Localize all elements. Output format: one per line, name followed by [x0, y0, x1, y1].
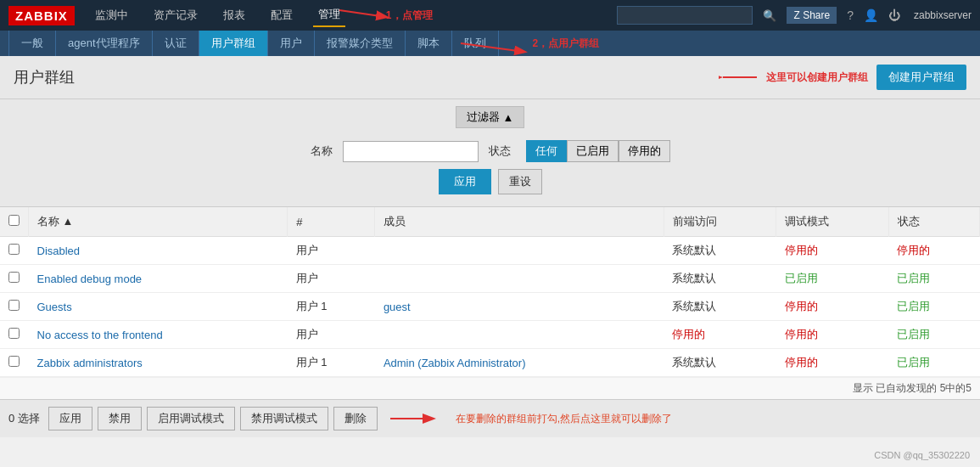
col-name[interactable]: 名称 ▲: [29, 207, 288, 237]
bottom-apply-button[interactable]: 应用: [48, 407, 92, 430]
logout-icon[interactable]: ⏻: [888, 8, 900, 22]
search-input[interactable]: [617, 6, 753, 25]
row-name[interactable]: No access to the frontend: [29, 321, 288, 349]
row-status: 已启用: [888, 293, 979, 321]
nav-item-admin[interactable]: 管理: [313, 3, 345, 27]
row-frontend: 系统默认: [664, 237, 776, 265]
row-status: 已启用: [888, 265, 979, 293]
share-button[interactable]: Z Share: [787, 7, 837, 24]
table-row: No access to the frontend 用户 停用的 停用的 已启用: [0, 321, 980, 349]
nav-item-config[interactable]: 配置: [266, 4, 298, 26]
row-checkbox-cell: [0, 349, 29, 377]
row-frontend: 系统默认: [664, 293, 776, 321]
filter-apply-button[interactable]: 应用: [439, 169, 491, 194]
row-hash: 用户: [288, 265, 375, 293]
filter-actions: 应用 重设: [439, 169, 542, 194]
arrow-annotation-4: [386, 410, 437, 427]
table-footer: 显示 已自动发现的 5中的5: [0, 377, 980, 399]
sub-navigation: 一般 agent代理程序 认证 用户群组 用户 报警媒介类型 脚本 队列 2，点…: [0, 31, 980, 56]
help-icon[interactable]: ?: [847, 8, 854, 22]
filter-section: 过滤器 ▲ 名称 状态 任何 已启用 停用的 应用 重设: [0, 99, 980, 206]
row-checkbox-2[interactable]: [8, 300, 20, 311]
row-status: 已启用: [888, 349, 979, 377]
bottom-enable-debug-button[interactable]: 启用调试模式: [147, 407, 235, 430]
status-enabled-button[interactable]: 已启用: [567, 140, 619, 162]
usergroups-table: 名称 ▲ # 成员 前端访问 调试模式 状态 Disabled 用户 系统默认 …: [0, 207, 980, 377]
bottom-action-bar: 0 选择 应用 禁用 启用调试模式 禁用调试模式 删除 在要删除的群组前打勾,然…: [0, 399, 980, 437]
arrow-annotation-3: [719, 70, 761, 85]
nav-item-reports[interactable]: 报表: [218, 4, 250, 26]
subnav-general[interactable]: 一般: [8, 31, 56, 56]
create-usergroup-button[interactable]: 创建用户群组: [876, 65, 966, 90]
filter-toggle-label: 过滤器: [467, 110, 500, 125]
create-hint: 这里可以创建用户群组: [719, 70, 868, 85]
col-debug: 调试模式: [776, 207, 888, 237]
subnav-usergroups[interactable]: 用户群组: [199, 31, 268, 56]
subnav-agent[interactable]: agent代理程序: [56, 31, 153, 56]
row-hash: 用户 1: [288, 349, 375, 377]
col-members: 成员: [375, 207, 664, 237]
bottom-disable-button[interactable]: 禁用: [98, 407, 142, 430]
row-members: Admin (Zabbix Administrator): [375, 349, 664, 377]
filter-toggle-button[interactable]: 过滤器 ▲: [456, 106, 525, 128]
row-checkbox-1[interactable]: [8, 272, 20, 283]
nav-item-monitor[interactable]: 监测中: [90, 4, 133, 26]
row-hash: 用户: [288, 237, 375, 265]
filter-reset-button[interactable]: 重设: [498, 169, 542, 194]
nav-item-assets[interactable]: 资产记录: [148, 4, 203, 26]
row-name[interactable]: Zabbix administrators: [29, 349, 288, 377]
table-row: Disabled 用户 系统默认 停用的 停用的: [0, 237, 980, 265]
row-checkbox-4[interactable]: [8, 356, 20, 367]
status-disabled-button[interactable]: 停用的: [619, 140, 670, 162]
row-name[interactable]: Enabled debug mode: [29, 265, 288, 293]
row-checkbox-cell: [0, 237, 29, 265]
top-nav-right: 🔍 Z Share ? 👤 ⏻ zabbixserver: [617, 6, 972, 25]
row-debug: 停用的: [776, 349, 888, 377]
bottom-delete-button[interactable]: 删除: [333, 407, 378, 430]
username-label: zabbixserver: [914, 9, 972, 21]
delete-annotation: 在要删除的群组前打勾,然后点这里就可以删除了: [456, 412, 672, 426]
selected-count: 0 选择: [8, 411, 40, 426]
top-navigation: ZABBIX 监测中 资产记录 报表 配置 管理 1，点管理 🔍 Z Share…: [0, 0, 980, 31]
row-frontend: 停用的: [664, 321, 776, 349]
col-hash: #: [288, 207, 375, 237]
row-debug: 停用的: [776, 237, 888, 265]
row-members: guest: [375, 293, 664, 321]
row-name[interactable]: Guests: [29, 293, 288, 321]
header-right: 这里可以创建用户群组 创建用户群组: [719, 65, 966, 90]
table-header-row: 名称 ▲ # 成员 前端访问 调试模式 状态: [0, 207, 980, 237]
subnav-auth[interactable]: 认证: [153, 31, 199, 56]
subnav-media[interactable]: 报警媒介类型: [315, 31, 406, 56]
user-icon[interactable]: 👤: [864, 8, 878, 22]
row-debug: 停用的: [776, 321, 888, 349]
annotation-1: 1，点管理: [386, 9, 433, 21]
page-header: 用户群组 这里可以创建用户群组 创建用户群组: [0, 56, 980, 99]
select-all-checkbox[interactable]: [8, 215, 20, 226]
annotation-2: 2，点用户群组: [533, 37, 600, 49]
table-section: 名称 ▲ # 成员 前端访问 调试模式 状态 Disabled 用户 系统默认 …: [0, 206, 980, 399]
filter-header: 过滤器 ▲: [14, 106, 966, 128]
row-members: [375, 237, 664, 265]
table-row: Guests 用户 1 guest 系统默认 停用的 已启用: [0, 293, 980, 321]
row-checkbox-cell: [0, 321, 29, 349]
table-body: Disabled 用户 系统默认 停用的 停用的 Enabled debug m…: [0, 237, 980, 377]
row-status: 已启用: [888, 321, 979, 349]
subnav-users[interactable]: 用户: [268, 31, 315, 56]
search-icon[interactable]: 🔍: [763, 9, 776, 22]
status-any-button[interactable]: 任何: [526, 140, 567, 162]
col-frontend: 前端访问: [664, 207, 776, 237]
filter-name-input[interactable]: [343, 141, 479, 162]
row-checkbox-3[interactable]: [8, 328, 20, 339]
subnav-scripts[interactable]: 脚本: [406, 31, 452, 56]
filter-body: 名称 状态 任何 已启用 停用的 应用 重设: [14, 135, 966, 200]
row-name[interactable]: Disabled: [29, 237, 288, 265]
row-checkbox-0[interactable]: [8, 244, 20, 255]
filter-status-group: 任何 已启用 停用的: [526, 140, 670, 162]
row-checkbox-cell: [0, 293, 29, 321]
filter-status-label: 状态: [489, 143, 511, 159]
subnav-queue[interactable]: 队列: [452, 31, 499, 56]
row-hash: 用户: [288, 321, 375, 349]
row-hash: 用户 1: [288, 293, 375, 321]
page-wrapper: ZABBIX 监测中 资产记录 报表 配置 管理 1，点管理 🔍 Z Share…: [0, 0, 980, 437]
bottom-disable-debug-button[interactable]: 禁用调试模式: [240, 407, 328, 430]
